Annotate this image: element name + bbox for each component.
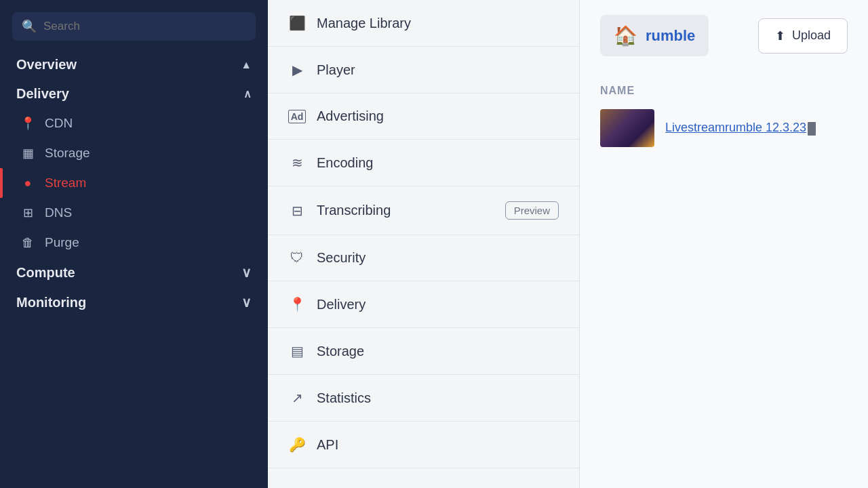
storage-label: Storage	[45, 146, 90, 161]
compute-chevron-icon: ∨	[241, 264, 252, 281]
right-panel: 🏠 rumble ⬆ Upload NAME Livestreamrumble …	[580, 0, 868, 488]
transcribing-label: Transcribing	[317, 203, 391, 218]
stream-label: Stream	[45, 176, 86, 190]
upload-button[interactable]: ⬆ Upload	[758, 18, 848, 54]
chart-icon: ↗	[288, 390, 306, 406]
shield-icon: 🛡	[288, 250, 306, 266]
sidebar-section-compute[interactable]: Compute ∨	[0, 258, 268, 287]
sidebar-item-purge[interactable]: 🗑 Purge	[0, 228, 268, 258]
upload-icon: ⬆	[775, 28, 785, 43]
middle-panel: ⬛ Manage Library ▶ Player Ad Advertising…	[268, 0, 580, 488]
sidebar-item-dns[interactable]: ⊞ DNS	[0, 198, 268, 228]
menu-item-player[interactable]: ▶ Player	[268, 47, 579, 94]
monitoring-label: Monitoring	[16, 295, 86, 310]
brand-name: rumble	[646, 27, 695, 45]
dns-label: DNS	[45, 205, 72, 220]
transcribing-icon: ⊟	[288, 203, 306, 219]
cursor-indicator	[808, 122, 816, 136]
play-icon: ▶	[288, 62, 306, 78]
sidebar-item-stream[interactable]: ● Stream	[0, 168, 268, 198]
preview-badge: Preview	[505, 201, 559, 220]
menu-item-storage[interactable]: ▤ Storage	[268, 328, 579, 375]
house-icon: 🏠	[614, 24, 637, 47]
cdn-icon: 📍	[20, 116, 35, 131]
sidebar-section-monitoring[interactable]: Monitoring ∨	[0, 287, 268, 317]
menu-item-manage-library[interactable]: ⬛ Manage Library	[268, 0, 579, 47]
manage-library-label: Manage Library	[317, 16, 411, 31]
overview-chevron-icon: ▲	[241, 59, 252, 71]
key-icon: 🔑	[288, 436, 306, 453]
delivery-chevron-icon: ∧	[243, 87, 252, 100]
sidebar-item-storage[interactable]: ▦ Storage	[0, 138, 268, 168]
video-title-link[interactable]: Livestreamrumble 12.3.23	[665, 121, 816, 135]
thumbnail-image	[600, 109, 654, 147]
search-bar[interactable]: 🔍	[12, 12, 256, 41]
stream-icon: ●	[20, 176, 35, 190]
menu-item-security[interactable]: 🛡 Security	[268, 235, 579, 281]
delivery-label: Delivery	[16, 86, 69, 102]
encoding-icon: ≋	[288, 155, 306, 171]
video-title-text: Livestreamrumble 12.3.23	[665, 121, 806, 134]
video-entry: Livestreamrumble 12.3.23	[600, 109, 848, 147]
statistics-label: Statistics	[317, 390, 371, 406]
menu-item-encoding[interactable]: ≋ Encoding	[268, 140, 579, 186]
upload-label: Upload	[792, 28, 831, 43]
menu-item-transcribing[interactable]: ⊟ Transcribing Preview	[268, 186, 579, 235]
delivery-mid-label: Delivery	[317, 297, 366, 312]
search-icon: 🔍	[22, 19, 37, 34]
api-label: API	[317, 437, 338, 453]
right-content: NAME Livestreamrumble 12.3.23	[580, 71, 868, 488]
encoding-label: Encoding	[317, 155, 373, 171]
menu-item-statistics[interactable]: ↗ Statistics	[268, 375, 579, 422]
name-column-header: NAME	[600, 85, 848, 97]
overview-label: Overview	[16, 57, 77, 73]
sidebar-item-cdn[interactable]: 📍 CDN	[0, 108, 268, 138]
menu-item-advertising[interactable]: Ad Advertising	[268, 94, 579, 140]
dns-icon: ⊞	[20, 205, 35, 220]
player-label: Player	[317, 62, 355, 78]
purge-label: Purge	[45, 235, 79, 250]
sidebar-section-delivery[interactable]: Delivery ∧	[0, 79, 268, 108]
film-icon: ⬛	[288, 15, 306, 31]
ad-icon: Ad	[288, 110, 306, 123]
security-label: Security	[317, 250, 366, 266]
video-thumbnail	[600, 109, 654, 147]
storage-mid-label: Storage	[317, 344, 364, 359]
cdn-label: CDN	[45, 116, 73, 131]
menu-item-api[interactable]: 🔑 API	[268, 422, 579, 468]
monitoring-chevron-icon: ∨	[241, 294, 252, 310]
advertising-label: Advertising	[317, 108, 384, 124]
sidebar-section-overview[interactable]: Overview ▲	[0, 50, 268, 79]
storage-mid-icon: ▤	[288, 343, 306, 359]
storage-icon: ▦	[20, 146, 35, 161]
search-input[interactable]	[43, 20, 246, 33]
menu-item-delivery[interactable]: 📍 Delivery	[268, 281, 579, 328]
brand-box: 🏠 rumble	[600, 15, 709, 56]
purge-icon: 🗑	[20, 236, 35, 250]
compute-label: Compute	[16, 265, 75, 281]
delivery-pin-icon: 📍	[288, 296, 306, 312]
sidebar: 🔍 Overview ▲ Delivery ∧ 📍 CDN ▦ Storage …	[0, 0, 268, 488]
right-header: 🏠 rumble ⬆ Upload	[580, 0, 868, 71]
